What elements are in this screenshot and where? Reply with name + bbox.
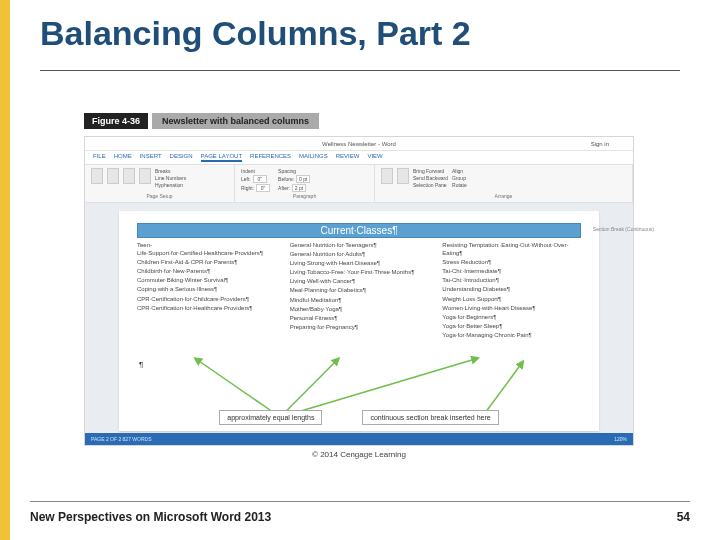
rotate-item[interactable]: Rotate bbox=[452, 182, 467, 188]
group-page-setup: Breaks Line Numbers Hyphenation Page Set… bbox=[85, 165, 235, 202]
before-label: Before: bbox=[278, 176, 294, 182]
hyphenation-item[interactable]: Hyphenation bbox=[155, 182, 186, 188]
status-bar: PAGE 2 OF 2 827 WORDS 120% bbox=[85, 433, 633, 445]
list-item: Stress·Reduction¶ bbox=[442, 258, 581, 266]
list-item: Childbirth·for·New·Parents¶ bbox=[137, 267, 276, 275]
list-item: General·Nutrition·for·Adults¶ bbox=[290, 250, 429, 258]
group-paragraph: Indent Left:0" Right:0" Spacing Before:0… bbox=[235, 165, 375, 202]
figure-number: Figure 4-36 bbox=[84, 113, 148, 129]
wrap-text-button[interactable] bbox=[397, 168, 409, 184]
size-button[interactable] bbox=[123, 168, 135, 184]
list-item: Tai-Chi:·Introduction¶ bbox=[442, 276, 581, 284]
tab-references[interactable]: REFERENCES bbox=[250, 153, 291, 162]
insertion-point: ¶ bbox=[139, 360, 143, 369]
callout-equal-lengths: approximately equal lengths bbox=[219, 410, 322, 425]
tab-page-layout[interactable]: PAGE LAYOUT bbox=[201, 153, 242, 162]
list-item: Preparing·for·Pregnancy¶ bbox=[290, 323, 429, 331]
list-item: Yoga·for·Better·Sleep¶ bbox=[442, 322, 581, 330]
window-title: Wellness Newsletter - Word bbox=[85, 137, 633, 151]
position-button[interactable] bbox=[381, 168, 393, 184]
after-value[interactable]: 2 pt bbox=[292, 184, 306, 192]
list-item: Meal·Planning·for·Diabetics¶ bbox=[290, 286, 429, 294]
status-left: PAGE 2 OF 2 827 WORDS bbox=[91, 436, 151, 442]
tab-file[interactable]: FILE bbox=[93, 153, 106, 162]
window-titlebar: Wellness Newsletter - Word Sign in bbox=[85, 137, 633, 151]
list-item: CPR·Certification·for·Healthcare·Provide… bbox=[137, 304, 276, 312]
indent-label: Indent bbox=[241, 168, 270, 174]
list-item: Personal·Fitness¶ bbox=[290, 314, 429, 322]
tab-insert[interactable]: INSERT bbox=[140, 153, 162, 162]
figure-credit: © 2014 Cengage Learning bbox=[84, 450, 634, 459]
group-label-arrange: Arrange bbox=[381, 193, 626, 199]
list-item: Women·Living·with·Heart·Disease¶ bbox=[442, 304, 581, 312]
ribbon-body: Breaks Line Numbers Hyphenation Page Set… bbox=[85, 165, 633, 203]
list-item: Teen-Life·Support·for·Certified·Healthca… bbox=[137, 241, 276, 257]
indent-right-value[interactable]: 0" bbox=[256, 184, 270, 192]
indent-left-value[interactable]: 0" bbox=[253, 175, 267, 183]
list-item: Children·First-Aid·&·CPR·for·Parents¶ bbox=[137, 258, 276, 266]
indent-left-label: Left: bbox=[241, 176, 251, 182]
page: Current·Classes¶ Section Break (Continuo… bbox=[119, 211, 599, 431]
line-numbers-item[interactable]: Line Numbers bbox=[155, 175, 186, 181]
section-break-top-label: Section Break (Continuous) bbox=[593, 226, 654, 232]
callouts: approximately equal lengths continuous s… bbox=[85, 410, 633, 425]
columns-button[interactable] bbox=[139, 168, 151, 184]
footer-rule bbox=[30, 501, 690, 502]
figure-caption-bar: Figure 4-36 Newsletter with balanced col… bbox=[84, 112, 634, 130]
group-label-page-setup: Page Setup bbox=[91, 193, 228, 199]
column-1: Teen-Life·Support·for·Certified·Healthca… bbox=[137, 241, 276, 340]
list-item: Mother/Baby·Yoga¶ bbox=[290, 305, 429, 313]
page-number: 54 bbox=[677, 510, 690, 524]
title-rule bbox=[40, 70, 680, 71]
tab-mailings[interactable]: MAILINGS bbox=[299, 153, 328, 162]
document-area: Current·Classes¶ Section Break (Continuo… bbox=[85, 203, 633, 433]
slide-title: Balancing Columns, Part 2 bbox=[40, 14, 471, 53]
ribbon-tabs: FILE HOME INSERT DESIGN PAGE LAYOUT REFE… bbox=[85, 151, 633, 165]
column-2: General·Nutrition·for·Teenagers¶ General… bbox=[290, 241, 429, 340]
list-item: Tai-Chi:·Intermediate¶ bbox=[442, 267, 581, 275]
align-item[interactable]: Align bbox=[452, 168, 467, 174]
list-item: Mindful·Meditation¶ bbox=[290, 296, 429, 304]
group-arrange: Bring Forward Send Backward Selection Pa… bbox=[375, 165, 633, 202]
list-item: Living·Tobacco-Free:·Your·First·Three·Mo… bbox=[290, 268, 429, 276]
footer-text: New Perspectives on Microsoft Word 2013 bbox=[30, 510, 271, 524]
list-item: Living·Strong·with·Heart·Disease¶ bbox=[290, 259, 429, 267]
selection-pane-item[interactable]: Selection Pane bbox=[413, 182, 448, 188]
list-item: General·Nutrition·for·Teenagers¶ bbox=[290, 241, 429, 249]
list-item: CPR·Certification·for·Childcare·Provider… bbox=[137, 295, 276, 303]
word-window: Wellness Newsletter - Word Sign in FILE … bbox=[84, 136, 634, 446]
orientation-button[interactable] bbox=[107, 168, 119, 184]
spacing-label: Spacing bbox=[278, 168, 310, 174]
list-item: Resisting·Temptation:·Eating·Out·Without… bbox=[442, 241, 581, 257]
slide: Balancing Columns, Part 2 Figure 4-36 Ne… bbox=[0, 0, 720, 540]
list-item: Yoga·for·Beginners¶ bbox=[442, 313, 581, 321]
callout-section-break: continuous section break inserted here bbox=[362, 410, 498, 425]
figure: Figure 4-36 Newsletter with balanced col… bbox=[84, 112, 634, 459]
tab-view[interactable]: VIEW bbox=[367, 153, 382, 162]
group-label-paragraph: Paragraph bbox=[241, 193, 368, 199]
list-item: Understanding·Diabetes¶ bbox=[442, 285, 581, 293]
accent-bar bbox=[0, 0, 10, 540]
doc-heading: Current·Classes¶ Section Break (Continuo… bbox=[137, 223, 581, 238]
bring-forward-item[interactable]: Bring Forward bbox=[413, 168, 448, 174]
columns: Teen-Life·Support·for·Certified·Healthca… bbox=[137, 241, 581, 340]
send-backward-item[interactable]: Send Backward bbox=[413, 175, 448, 181]
list-item: Living·Well·with·Cancer¶ bbox=[290, 277, 429, 285]
doc-heading-text: Current·Classes¶ bbox=[320, 225, 397, 236]
before-value[interactable]: 0 pt bbox=[296, 175, 310, 183]
breaks-item[interactable]: Breaks bbox=[155, 168, 186, 174]
list-item: Coping·with·a·Serious·Illness¶ bbox=[137, 285, 276, 293]
tab-review[interactable]: REVIEW bbox=[336, 153, 360, 162]
tab-design[interactable]: DESIGN bbox=[170, 153, 193, 162]
zoom-level[interactable]: 120% bbox=[614, 436, 627, 442]
group-item[interactable]: Group bbox=[452, 175, 467, 181]
list-item: Commuter·Biking·Winter·Survival¶ bbox=[137, 276, 276, 284]
figure-caption: Newsletter with balanced columns bbox=[152, 113, 319, 129]
sign-in-link[interactable]: Sign in bbox=[591, 137, 609, 151]
indent-right-label: Right: bbox=[241, 185, 254, 191]
tab-home[interactable]: HOME bbox=[114, 153, 132, 162]
after-label: After: bbox=[278, 185, 290, 191]
margins-button[interactable] bbox=[91, 168, 103, 184]
column-3: Resisting·Temptation:·Eating·Out·Without… bbox=[442, 241, 581, 340]
list-item: Weight·Loss·Support¶ bbox=[442, 295, 581, 303]
